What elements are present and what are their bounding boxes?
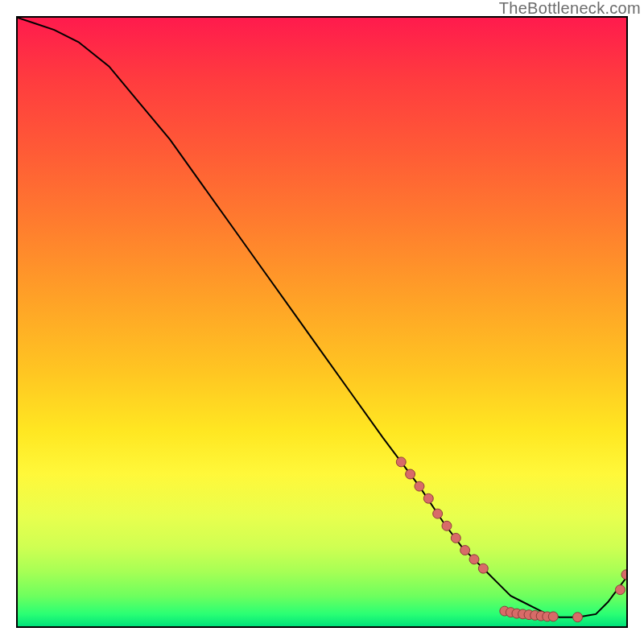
data-marker <box>451 533 460 543</box>
curve-line <box>18 18 626 617</box>
data-marker <box>573 613 583 622</box>
data-marker <box>415 481 424 491</box>
data-marker <box>442 521 452 530</box>
markers-group <box>396 457 626 622</box>
data-marker <box>548 612 558 621</box>
data-marker <box>406 469 415 479</box>
data-marker <box>433 509 443 518</box>
data-marker <box>621 570 626 580</box>
plot-area <box>16 16 628 628</box>
chart-container: TheBottleneck.com <box>0 0 644 644</box>
chart-svg <box>18 18 626 626</box>
data-marker <box>478 564 488 573</box>
data-marker <box>615 585 625 595</box>
data-marker <box>423 493 433 503</box>
data-marker <box>460 546 470 555</box>
watermark-text: TheBottleneck.com <box>499 0 641 18</box>
data-marker <box>469 555 479 564</box>
data-marker <box>396 457 406 467</box>
